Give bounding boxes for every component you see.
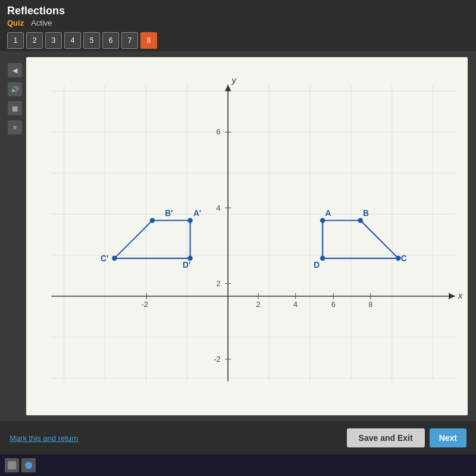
svg-text:6: 6 (216, 127, 220, 136)
page-title: Reflections (7, 5, 469, 17)
app-container: Reflections Quiz Active 1 2 3 4 5 6 7 8 … (0, 0, 476, 476)
svg-text:-2: -2 (142, 300, 148, 309)
nav-btn-3[interactable]: 3 (45, 32, 62, 49)
svg-text:D: D (314, 261, 320, 270)
nav-btn-2[interactable]: 2 (26, 32, 43, 49)
svg-text:A': A' (193, 209, 201, 218)
svg-point-46 (396, 256, 400, 261)
svg-point-55 (112, 256, 117, 261)
svg-text:-2: -2 (214, 355, 220, 364)
nav-btn-8[interactable]: 8 (140, 32, 157, 49)
svg-point-62 (25, 462, 32, 469)
bottom-bar: Mark this and return Save and Exit Next (0, 421, 476, 455)
nav-btn-1[interactable]: 1 (7, 32, 24, 49)
svg-text:8: 8 (368, 300, 372, 309)
svg-point-53 (187, 218, 192, 223)
svg-text:2: 2 (216, 279, 220, 288)
svg-text:x: x (458, 291, 463, 300)
svg-rect-0 (26, 72, 468, 400)
calc-icon[interactable]: ▦ (8, 101, 22, 115)
taskbar-icon-1[interactable] (5, 458, 19, 472)
left-sidebar: ◀ 🔊 ▦ ≡ (6, 57, 24, 415)
svg-point-45 (358, 218, 363, 223)
speaker-icon[interactable]: 🔊 (8, 82, 22, 96)
graph-container: x y -2 2 4 6 (26, 57, 468, 415)
nav-btn-6[interactable]: 6 (102, 32, 119, 49)
nav-btn-4[interactable]: 4 (64, 32, 81, 49)
header: Reflections Quiz Active 1 2 3 4 5 6 7 8 (0, 0, 476, 51)
svg-text:4: 4 (293, 300, 298, 309)
svg-point-54 (150, 218, 155, 223)
main-content: ◀ 🔊 ▦ ≡ (0, 51, 476, 421)
subtitle-row: Quiz Active (7, 18, 469, 27)
nav-btn-7[interactable]: 7 (121, 32, 138, 49)
save-exit-button[interactable]: Save and Exit (347, 428, 425, 447)
svg-text:4: 4 (216, 203, 220, 212)
menu-icon[interactable]: ≡ (8, 120, 22, 134)
taskbar (0, 455, 476, 476)
active-label: Active (31, 18, 52, 27)
mark-return-link[interactable]: Mark this and return (10, 434, 79, 443)
taskbar-icon-2[interactable] (21, 458, 36, 472)
bottom-right-buttons: Save and Exit Next (347, 428, 466, 447)
arrow-icon[interactable]: ◀ (8, 63, 22, 77)
svg-point-44 (320, 218, 325, 223)
svg-text:A: A (325, 209, 331, 218)
nav-btn-5[interactable]: 5 (83, 32, 100, 49)
svg-text:C': C' (101, 254, 108, 263)
svg-point-47 (320, 256, 325, 261)
quiz-label: Quiz (7, 18, 24, 27)
question-nav: 1 2 3 4 5 6 7 8 (7, 32, 469, 49)
svg-text:D': D' (183, 261, 190, 270)
svg-text:C: C (401, 254, 407, 263)
graph-svg: x y -2 2 4 6 (26, 57, 468, 415)
svg-text:B': B' (165, 209, 173, 218)
next-button[interactable]: Next (430, 428, 466, 447)
svg-text:6: 6 (331, 300, 336, 309)
svg-text:2: 2 (256, 300, 261, 309)
svg-text:B: B (363, 209, 369, 218)
svg-rect-61 (8, 461, 16, 469)
